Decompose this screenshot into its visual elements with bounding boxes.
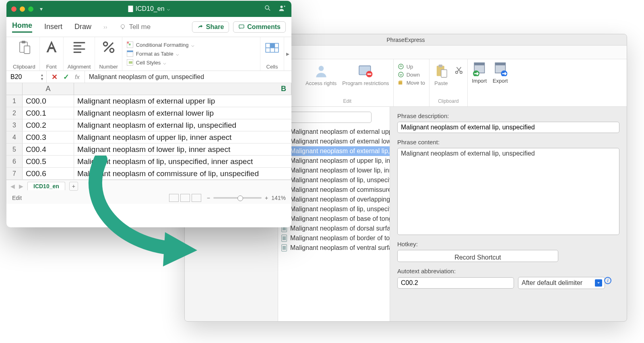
select-all-corner[interactable] xyxy=(6,83,23,95)
list-item[interactable]: Malignant neoplasm of border of tongue xyxy=(278,233,390,243)
row-header[interactable]: 2 xyxy=(6,107,23,119)
table-row[interactable]: 6C00.5Malignant neoplasm of lip, unspeci… xyxy=(6,156,291,168)
formula-input[interactable]: Malignant neoplasm of gum, unspecified xyxy=(85,71,291,83)
save-split-icon[interactable]: ▾ xyxy=(40,6,43,12)
traffic-lights[interactable] xyxy=(11,6,33,12)
format-as-table-button[interactable]: Format as Table⌵ xyxy=(126,50,194,57)
move-up-button[interactable]: Up xyxy=(398,63,425,70)
cell[interactable]: C00.5 xyxy=(23,156,74,167)
ribbon-number[interactable]: Number xyxy=(95,37,122,71)
list-item[interactable]: Malignant neoplasm of overlapping sites … xyxy=(278,195,390,204)
cell[interactable]: C00.3 xyxy=(23,131,74,143)
paste-button[interactable]: Paste xyxy=(433,63,449,86)
view-normal-icon[interactable] xyxy=(169,194,179,202)
tab-draw[interactable]: Draw xyxy=(74,23,91,31)
search-input[interactable] xyxy=(283,112,372,123)
delimiter-select[interactable]: After default delimiter xyxy=(518,277,605,289)
table-row[interactable]: 4C00.3Malignant neoplasm of upper lip, i… xyxy=(6,131,291,143)
desc-input[interactable] xyxy=(397,122,619,133)
ribbon-cells[interactable]: Cells xyxy=(260,37,284,71)
record-shortcut-button[interactable]: Record Shortcut xyxy=(397,250,558,262)
access-rights-button[interactable]: Access rights xyxy=(305,63,336,86)
ribbon-clipboard[interactable]: Clipboard xyxy=(9,37,40,71)
name-box[interactable]: B20 ▲▼ xyxy=(6,71,47,83)
table-row[interactable]: 5C00.4Malignant neoplasm of lower lip, i… xyxy=(6,143,291,156)
export-button[interactable]: Export xyxy=(493,61,508,84)
search-icon[interactable] xyxy=(264,4,271,13)
sheet-tab[interactable]: ICD10_en xyxy=(27,182,65,190)
info-icon[interactable]: i xyxy=(604,277,611,284)
spreadsheet-grid[interactable]: 1C00.0Malignant neoplasm of external upp… xyxy=(6,95,291,180)
ribbon-font[interactable]: Font xyxy=(40,37,64,71)
col-header-a[interactable]: A xyxy=(23,83,74,95)
cell[interactable]: Malignant neoplasm of upper lip, inner a… xyxy=(74,131,291,143)
tab-insert[interactable]: Insert xyxy=(44,23,62,31)
list-item[interactable]: Malignant neoplasm of commissure of lip,… xyxy=(278,185,390,195)
table-row[interactable]: 3C00.2Malignant neoplasm of external lip… xyxy=(6,119,291,131)
list-item[interactable]: Malignant neoplasm of dorsal surface of … xyxy=(278,224,390,233)
col-header-b[interactable]: B xyxy=(74,83,291,95)
table-row[interactable]: 7C00.6Malignant neoplasm of commissure o… xyxy=(6,168,291,180)
ribbon-overflow[interactable]: ▸ xyxy=(284,37,291,71)
content-textarea[interactable]: Malignant neoplasm of external lip, unsp… xyxy=(397,148,619,235)
move-down-button[interactable]: Down xyxy=(398,71,425,78)
view-break-icon[interactable] xyxy=(192,194,201,202)
cell[interactable]: Malignant neoplasm of lip, unspecified, … xyxy=(74,156,291,167)
import-button[interactable]: Import xyxy=(472,61,487,84)
cell[interactable]: Malignant neoplasm of lower lip, inner a… xyxy=(74,143,291,155)
list-item[interactable]: Malignant neoplasm of external upper lip xyxy=(278,127,390,137)
share-button[interactable]: Share xyxy=(192,21,229,33)
list-item[interactable]: Malignant neoplasm of lower lip, inner a… xyxy=(278,166,390,175)
add-sheet-button[interactable]: + xyxy=(69,182,78,191)
share-user-icon[interactable] xyxy=(279,4,286,13)
phrase-list[interactable]: Malignant neoplasm of external upper lip… xyxy=(278,107,390,321)
sheet-prev-icon[interactable]: ◀ xyxy=(10,183,15,189)
cell[interactable]: Malignant neoplasm of external lip, unsp… xyxy=(74,119,291,131)
svg-rect-22 xyxy=(239,25,244,28)
window-block-icon xyxy=(358,63,373,79)
svg-rect-16 xyxy=(495,63,505,65)
cell-styles-button[interactable]: Cell Styles⌵ xyxy=(126,59,194,66)
scissors-icon[interactable] xyxy=(454,63,463,76)
program-restrictions-button[interactable]: Program restrictions xyxy=(342,63,389,86)
table-row[interactable]: 2C00.1Malignant neoplasm of external low… xyxy=(6,107,291,119)
fx-icon[interactable]: fx xyxy=(75,73,80,80)
cell[interactable]: C00.2 xyxy=(23,119,74,131)
row-header[interactable]: 5 xyxy=(6,143,23,155)
cell[interactable]: Malignant neoplasm of commissure of lip,… xyxy=(74,168,291,179)
list-item[interactable]: Malignant neoplasm of lip, unspecified xyxy=(278,204,390,214)
list-item[interactable]: Malignant neoplasm of external lower lip xyxy=(278,137,390,146)
list-item[interactable]: Malignant neoplasm of base of tongue xyxy=(278,214,390,224)
row-header[interactable]: 3 xyxy=(6,119,23,131)
cell[interactable]: Malignant neoplasm of external lower lip xyxy=(74,107,291,119)
row-header[interactable]: 4 xyxy=(6,131,23,143)
table-row[interactable]: 1C00.0Malignant neoplasm of external upp… xyxy=(6,95,291,107)
row-header[interactable]: 6 xyxy=(6,156,23,167)
cell[interactable]: Malignant neoplasm of external upper lip xyxy=(74,95,291,107)
conditional-formatting-button[interactable]: Conditional Formatting⌵ xyxy=(126,41,194,48)
cell[interactable]: C00.1 xyxy=(23,107,74,119)
confirm-icon[interactable]: ✓ xyxy=(63,73,69,81)
list-item[interactable]: Malignant neoplasm of ventral surface of… xyxy=(278,243,390,253)
zoom-control[interactable]: −+ 141% xyxy=(207,195,286,201)
document-title[interactable]: ICD10_en ⌵ xyxy=(128,5,169,12)
cancel-icon[interactable]: ✕ xyxy=(52,73,58,81)
row-header[interactable]: 7 xyxy=(6,168,23,179)
list-item[interactable]: Malignant neoplasm of upper lip, inner a… xyxy=(278,156,390,166)
list-item[interactable]: Malignant neoplasm of external lip, unsp… xyxy=(278,146,390,156)
row-header[interactable]: 1 xyxy=(6,95,23,107)
abbrev-label: Autotext abbreviation: xyxy=(397,268,619,274)
comments-button[interactable]: Comments xyxy=(233,21,286,33)
ribbon-alignment[interactable]: Alignment xyxy=(64,37,95,71)
view-layout-icon[interactable] xyxy=(180,194,190,202)
cell[interactable]: C00.0 xyxy=(23,95,74,107)
cell[interactable]: C00.6 xyxy=(23,168,74,179)
abbrev-input[interactable] xyxy=(397,277,514,289)
tellme-search[interactable]: Tell me xyxy=(119,23,151,31)
sheet-next-icon[interactable]: ▶ xyxy=(19,183,23,189)
cell[interactable]: C00.4 xyxy=(23,143,74,155)
tab-home[interactable]: Home xyxy=(12,21,32,33)
move-to-button[interactable]: Move to xyxy=(398,79,425,86)
list-item[interactable]: Malignant neoplasm of lip, unspecified, … xyxy=(278,175,390,185)
tabs-overflow[interactable]: ›› xyxy=(103,24,107,30)
